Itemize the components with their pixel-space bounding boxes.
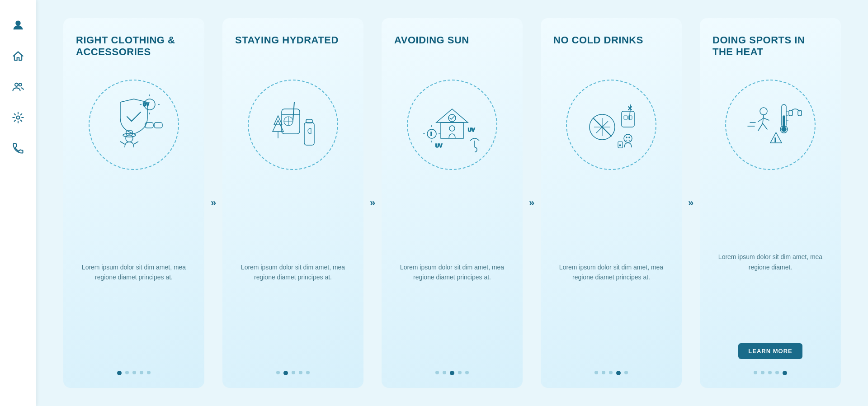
dot-5[interactable] (783, 371, 787, 375)
main-content: RIGHT CLOTHING & ACCESSORIES UV (36, 0, 868, 406)
chevron-icon-2: » (370, 197, 375, 209)
svg-line-61 (758, 123, 763, 131)
card-1-illustration: UV (89, 80, 179, 170)
svg-line-20 (293, 102, 294, 120)
svg-line-14 (134, 142, 138, 144)
separator-4: » (682, 18, 700, 388)
card-4-text: Lorem ipsum dolor sit dim amet, mea regi… (553, 181, 669, 364)
svg-point-55 (626, 137, 627, 138)
dot-2[interactable] (283, 371, 288, 375)
card-1-title: RIGHT CLOTHING & ACCESSORIES (76, 34, 192, 66)
svg-marker-29 (436, 109, 468, 123)
svg-rect-50 (624, 116, 627, 119)
dot-4[interactable] (775, 371, 779, 374)
svg-line-13 (120, 142, 125, 144)
card-5-text: Lorem ipsum dolor sit dim amet, mea regi… (712, 181, 828, 343)
svg-text:*: * (619, 144, 621, 148)
svg-rect-48 (622, 111, 634, 127)
svg-point-31 (449, 126, 455, 131)
dot-3[interactable] (450, 371, 454, 375)
dot-2[interactable] (443, 371, 446, 374)
user-icon[interactable] (11, 18, 25, 33)
dot-3[interactable] (292, 371, 295, 374)
dot-2[interactable] (761, 371, 764, 374)
home-icon[interactable] (11, 49, 25, 63)
learn-more-button[interactable]: LEARN MORE (738, 343, 802, 359)
svg-point-70 (782, 127, 786, 132)
card-3-dots (435, 371, 469, 375)
dot-4[interactable] (299, 371, 302, 374)
dot-3[interactable] (609, 371, 613, 374)
card-3-text: Lorem ipsum dolor sit dim amet, mea regi… (394, 181, 510, 364)
svg-text:UV: UV (435, 143, 443, 148)
card-drinks: NO COLD DRINKS (541, 18, 682, 388)
svg-line-62 (763, 123, 767, 129)
card-4-illustration: * (566, 80, 656, 170)
svg-text:UV: UV (468, 127, 475, 132)
card-1-dots (117, 371, 151, 375)
chevron-icon-1: » (211, 197, 216, 209)
card-3-illustration: ! UV UV (407, 80, 497, 170)
svg-point-3 (17, 116, 20, 119)
svg-point-59 (760, 108, 767, 115)
svg-point-10 (126, 135, 133, 142)
dot-1[interactable] (276, 371, 280, 374)
settings-icon[interactable] (11, 110, 25, 125)
dot-2[interactable] (602, 371, 605, 374)
group-icon[interactable] (11, 80, 25, 94)
separator-1: » (204, 18, 222, 388)
separator-3: » (523, 18, 541, 388)
svg-rect-16 (154, 123, 162, 128)
separator-2: » (363, 18, 382, 388)
svg-rect-30 (441, 123, 463, 138)
dot-2[interactable] (125, 371, 129, 374)
dot-4[interactable] (458, 371, 462, 374)
dot-1[interactable] (435, 371, 439, 374)
dot-5[interactable] (306, 371, 310, 374)
card-4-dots (594, 371, 628, 375)
svg-line-60 (763, 115, 764, 123)
card-2-text: Lorem ipsum dolor sit dim amet, mea regi… (235, 181, 351, 364)
card-clothing: RIGHT CLOTHING & ACCESSORIES UV (63, 18, 204, 388)
svg-line-64 (764, 118, 769, 120)
dot-1[interactable] (594, 371, 598, 374)
svg-text:!: ! (430, 132, 432, 137)
card-sports: DOING SPORTS IN THE HEAT (700, 18, 841, 388)
svg-text:UV: UV (143, 102, 149, 107)
dot-5[interactable] (624, 371, 628, 374)
svg-line-49 (629, 104, 631, 120)
svg-point-54 (624, 134, 632, 142)
dot-5[interactable] (147, 371, 151, 374)
card-hydrated: STAYING HYDRATED (222, 18, 363, 388)
dot-1[interactable] (117, 371, 122, 375)
card-5-dots (754, 371, 787, 375)
card-1-text: Lorem ipsum dolor sit dim amet, mea regi… (76, 181, 192, 364)
dot-3[interactable] (132, 371, 136, 374)
card-5-title: DOING SPORTS IN THE HEAT (712, 34, 828, 66)
svg-rect-24 (304, 123, 314, 145)
card-5-illustration: ! (725, 80, 816, 170)
svg-point-1 (15, 83, 18, 86)
dot-4[interactable] (140, 371, 143, 374)
card-2-illustration (248, 80, 338, 170)
svg-point-0 (16, 21, 20, 25)
sidebar (0, 0, 36, 406)
dot-4[interactable] (616, 371, 621, 375)
card-2-title: STAYING HYDRATED (235, 34, 339, 66)
svg-point-56 (629, 137, 630, 138)
dot-5[interactable] (465, 371, 469, 374)
chevron-icon-4: » (688, 197, 693, 209)
svg-rect-51 (628, 116, 632, 119)
card-sun: AVOIDING SUN ! UV (382, 18, 523, 388)
svg-point-2 (19, 83, 22, 86)
phone-icon[interactable] (11, 141, 25, 156)
card-3-title: AVOIDING SUN (394, 34, 469, 66)
card-2-dots (276, 371, 310, 375)
card-4-title: NO COLD DRINKS (553, 34, 643, 66)
svg-text:!: ! (774, 137, 776, 143)
chevron-icon-3: » (529, 197, 534, 209)
dot-3[interactable] (768, 371, 772, 374)
dot-1[interactable] (754, 371, 757, 374)
